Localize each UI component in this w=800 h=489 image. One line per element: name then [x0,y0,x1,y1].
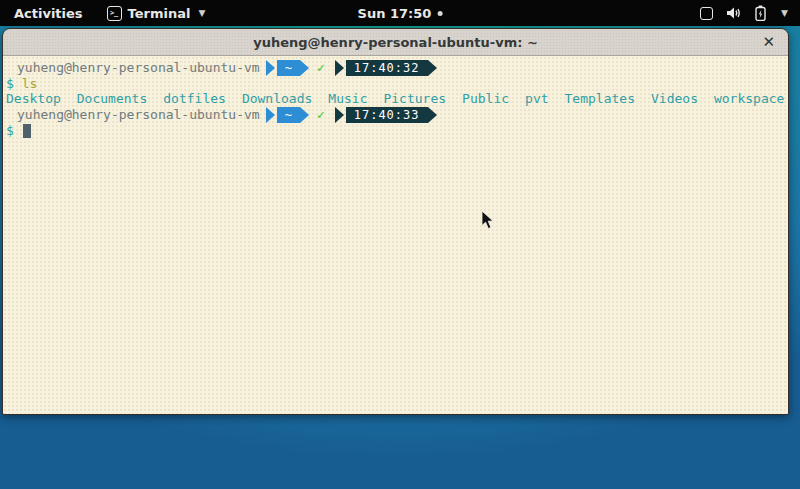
app-menu-label: Terminal [128,6,191,21]
directory-name: pvt [525,91,548,106]
directory-name: Templates [565,91,635,106]
window-titlebar[interactable]: yuheng@henry-personal-ubuntu-vm: ~ ✕ [3,29,788,56]
checkmark-icon: ✓ [317,107,325,122]
terminal-cursor [23,124,31,138]
app-menu-terminal[interactable]: >_ Terminal ▼ [97,0,216,26]
prompt-user-host: yuheng@henry-personal-ubuntu-vm [17,107,260,122]
prompt-line: yuheng@henry-personal-ubuntu-vm ~ ✓ 17:4… [17,59,788,76]
powerline-arrow-icon [300,107,309,123]
prompt-symbol: $ [6,76,14,91]
desktop-background: Activities >_ Terminal ▼ Sun 17:50 [0,0,800,489]
prompt-time-segment: 17:40:33 [335,107,437,123]
top-bar-left: Activities >_ Terminal ▼ [0,0,215,26]
notification-dot-icon [437,11,442,16]
checkmark-icon: ✓ [317,60,325,75]
chevron-down-icon: ▼ [198,9,205,18]
prompt-time: 17:40:33 [346,107,428,123]
directory-name: Videos [651,91,698,106]
window-title: yuheng@henry-personal-ubuntu-vm: ~ [253,35,538,50]
terminal-content[interactable]: yuheng@henry-personal-ubuntu-vm ~ ✓ 17:4… [3,56,788,414]
prompt-symbol: $ [6,123,14,138]
directory-name: Pictures [383,91,446,106]
chevron-down-icon: ▼ [781,9,788,18]
prompt-path-segment: ~ [266,60,309,76]
close-icon[interactable]: ✕ [762,35,775,50]
command-line: $ ls [6,76,788,91]
powerline-arrow-icon [266,60,275,76]
activities-button[interactable]: Activities [0,0,97,26]
powerline-arrow-icon [335,60,344,76]
powerline-arrow-icon [300,60,309,76]
prompt-user-host: yuheng@henry-personal-ubuntu-vm [17,60,260,75]
directory-name: workspace [714,91,784,106]
volume-icon [726,6,742,20]
clock-label: Sun 17:50 [358,6,432,21]
directory-name: Downloads [242,91,312,106]
terminal-window: yuheng@henry-personal-ubuntu-vm: ~ ✕ yuh… [2,28,789,415]
directory-name: Music [328,91,367,106]
current-prompt-line: $ [6,123,788,138]
top-bar: Activities >_ Terminal ▼ Sun 17:50 [0,0,800,26]
battery-charging-icon [755,5,766,21]
prompt-line: yuheng@henry-personal-ubuntu-vm ~ ✓ 17:4… [17,106,788,123]
terminal-icon-glyph: >_ [110,10,118,17]
prompt-path: ~ [277,60,300,76]
terminal-app-icon: >_ [107,6,122,21]
mouse-cursor-icon [481,210,495,234]
directory-name: dotfiles [163,91,226,106]
directory-name: Public [462,91,509,106]
directory-name: Desktop [6,91,61,106]
typed-command: ls [22,76,38,91]
powerline-arrow-icon [335,107,344,123]
powerline-arrow-icon [428,107,437,123]
prompt-path: ~ [277,107,300,123]
powerline-arrow-icon [428,60,437,76]
powerline-arrow-icon [266,107,275,123]
prompt-time-segment: 17:40:32 [335,60,437,76]
system-status-area[interactable]: ▼ [688,0,800,26]
directory-name: Documents [77,91,147,106]
clock-button[interactable]: Sun 17:50 [348,0,453,26]
ls-output-line: Desktop Documents dotfiles Downloads Mus… [6,91,788,106]
screen-icon [700,7,713,20]
prompt-time: 17:40:32 [346,60,428,76]
prompt-path-segment: ~ [266,107,309,123]
